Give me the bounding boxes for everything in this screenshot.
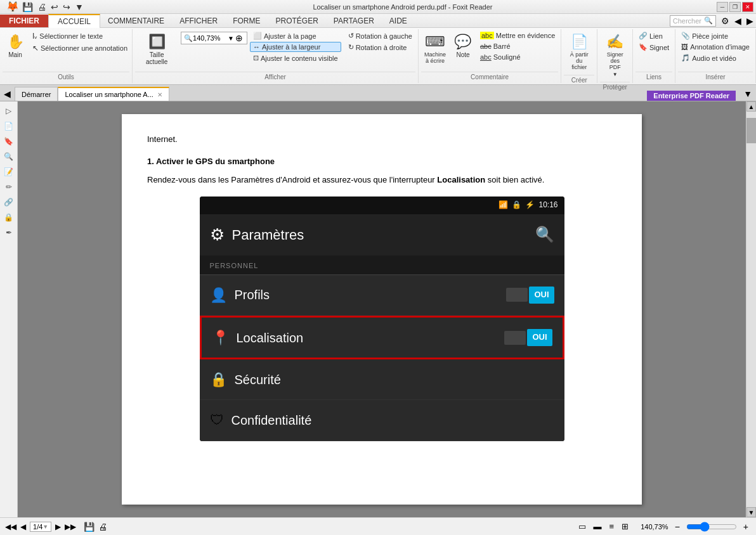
nav-first-btn[interactable]: ◀◀ bbox=[5, 522, 16, 531]
rotation-droite-btn[interactable]: ↻ Rotation à droite bbox=[345, 42, 415, 53]
fichier-menu[interactable]: FICHIER bbox=[0, 15, 48, 27]
view-grid-icon[interactable]: ⊞ bbox=[620, 522, 630, 531]
sidebar-pages-btn[interactable]: 📄 bbox=[2, 119, 16, 133]
nav-last-btn[interactable]: ▶▶ bbox=[65, 522, 76, 531]
nav-prev-btn[interactable]: ◀ bbox=[20, 522, 26, 531]
ajuster-largeur-btn[interactable]: ↔ Ajuster à la largeur bbox=[250, 42, 341, 52]
select-annotation-btn[interactable]: ↖ Sélectionner une annotation bbox=[29, 42, 131, 54]
sidebar-security-btn[interactable]: 🔒 bbox=[2, 210, 16, 224]
note-icon: 💬 bbox=[454, 34, 471, 50]
android-battery-icon: ⚡ bbox=[525, 199, 535, 211]
piece-jointe-btn[interactable]: 📎 Pièce jointe bbox=[678, 30, 753, 41]
sidebar-signatures-btn[interactable]: ✒ bbox=[2, 226, 16, 240]
nav-next-btn[interactable]: ▶ bbox=[55, 522, 61, 531]
zoom-input[interactable] bbox=[193, 34, 228, 42]
ribbon-settings-icon[interactable]: ⚙ bbox=[719, 16, 732, 26]
note-btn[interactable]: 💬 Note bbox=[450, 30, 476, 61]
scroll-up-btn[interactable]: ▲ bbox=[746, 101, 756, 112]
commentaire-tab[interactable]: COMMENTAIRE bbox=[100, 15, 172, 27]
qa-undo-btn[interactable]: ↩ bbox=[49, 2, 60, 12]
scroll-down-btn[interactable]: ▼ bbox=[746, 507, 756, 517]
zoom-percent-label: 140,73% bbox=[641, 523, 668, 531]
save-copy-icon[interactable]: 💾 bbox=[84, 522, 94, 532]
annotation-image-icon: 🖼 bbox=[681, 43, 688, 51]
minimize-btn[interactable]: ─ bbox=[717, 2, 728, 12]
close-btn[interactable]: ✕ bbox=[742, 2, 753, 12]
accueil-tab[interactable]: ACCUEIL bbox=[48, 14, 100, 28]
android-profils-item: 👤 Profils OUI bbox=[200, 275, 564, 316]
zoom-control[interactable]: 🔍 ▼ ⊕ bbox=[181, 32, 247, 44]
sidebar-search-btn[interactable]: 🔍 bbox=[2, 150, 16, 164]
afficher-group-content: 🔲 Taille actuelle 🔍 ▼ ⊕ ⬜ Ajuster à la p… bbox=[135, 30, 415, 70]
main-btn[interactable]: ✋ Main bbox=[3, 30, 28, 61]
print-icon[interactable]: 🖨 bbox=[98, 522, 107, 532]
page-dropdown-icon[interactable]: ▼ bbox=[42, 524, 48, 530]
right-scrollbar[interactable]: ▲ ▼ bbox=[746, 101, 756, 517]
sidebar-bookmarks-btn[interactable]: 🔖 bbox=[2, 134, 16, 148]
search-box[interactable]: Chercher 🔍 bbox=[670, 15, 716, 27]
search-icon[interactable]: 🔍 bbox=[704, 16, 713, 25]
proteger-tab[interactable]: PROTÉGER bbox=[268, 15, 325, 27]
qa-save-btn[interactable]: 💾 bbox=[21, 2, 34, 12]
ajuster-page-btn[interactable]: ⬜ Ajuster à la page bbox=[250, 30, 341, 41]
a-partir-btn[interactable]: 📄 À partirdu fichier bbox=[564, 30, 594, 74]
taille-btn[interactable]: 🔲 Taille actuelle bbox=[135, 30, 178, 68]
android-securite-item: 🔒 Sécurité bbox=[200, 359, 564, 400]
zoom-dropdown-icon[interactable]: ▼ bbox=[228, 35, 234, 42]
liens-group: 🔗 Lien 🔖 Signet Liens bbox=[633, 29, 675, 83]
select-annotation-icon: ↖ bbox=[32, 44, 39, 53]
qa-print-btn[interactable]: 🖨 bbox=[36, 2, 48, 12]
nav-back-icon[interactable]: ◀ bbox=[732, 16, 744, 26]
aide-tab[interactable]: AIDE bbox=[382, 15, 415, 27]
forme-tab[interactable]: FORME bbox=[225, 15, 268, 27]
android-time: 10:16 bbox=[538, 199, 557, 211]
qa-redo-btn[interactable]: ↪ bbox=[62, 2, 72, 12]
sidebar-expand-btn[interactable]: ▷ bbox=[2, 104, 16, 118]
select-text-btn[interactable]: Iᵥ Sélectionner le texte bbox=[29, 30, 131, 42]
pdf-content-area: Internet. 1. Activer le GPS du smartphon… bbox=[18, 101, 746, 517]
status-zoom-out-btn[interactable]: − bbox=[672, 522, 682, 532]
doc-tab-close-icon[interactable]: ✕ bbox=[157, 91, 162, 98]
signet-btn[interactable]: 🔖 Signet bbox=[635, 42, 672, 53]
sidebar-comments-btn[interactable]: 📝 bbox=[2, 165, 16, 179]
tab-scroll-left-btn[interactable]: ◀ bbox=[0, 87, 15, 101]
annotation-image-btn[interactable]: 🖼 Annotation d'image bbox=[678, 42, 753, 52]
souligne-btn[interactable]: abc Souligné bbox=[477, 52, 558, 62]
rotation-gauche-btn[interactable]: ↺ Rotation à gauche bbox=[345, 30, 415, 41]
nav-forward-icon[interactable]: ▶ bbox=[744, 16, 756, 26]
page-box[interactable]: 1 / 4 ▼ bbox=[30, 522, 51, 532]
qa-dropdown-btn[interactable]: ▼ bbox=[74, 2, 85, 12]
ajuster-contenu-btn[interactable]: ⊡ Ajuster le contenu visible bbox=[250, 53, 341, 63]
zoom-slider[interactable] bbox=[686, 522, 737, 532]
view-single-icon[interactable]: ▭ bbox=[577, 522, 588, 531]
restore-btn[interactable]: ❐ bbox=[729, 2, 741, 12]
scroll-thumb[interactable] bbox=[746, 118, 756, 143]
lien-btn[interactable]: 🔗 Lien bbox=[635, 30, 672, 41]
partager-tab[interactable]: PARTAGER bbox=[326, 15, 382, 27]
zoom-in-icon[interactable]: ⊕ bbox=[234, 33, 244, 43]
android-status-bar: 📶 🔒 ⚡ 10:16 bbox=[200, 197, 564, 214]
title-bar: 🦊 💾 🖨 ↩ ↪ ▼ Localiser un smartphone Andr… bbox=[0, 0, 756, 14]
pdf-paragraph1: Rendez-vous dans les Paramètres d'Androi… bbox=[147, 174, 616, 187]
android-search-icon: 🔍 bbox=[535, 222, 554, 247]
zoom-minus-icon[interactable]: 🔍 bbox=[184, 34, 193, 42]
profils-icon: 👤 bbox=[210, 284, 227, 306]
machine-ecrire-btn[interactable]: ⌨ Machineà écrire bbox=[421, 30, 449, 67]
status-zoom-in-btn[interactable]: + bbox=[741, 522, 751, 532]
liens-label: Liens bbox=[635, 72, 672, 82]
view-double-icon[interactable]: ▬ bbox=[592, 522, 604, 531]
barre-btn[interactable]: abc Barré bbox=[477, 41, 558, 51]
view-scroll-icon[interactable]: ≡ bbox=[608, 522, 616, 531]
search-input[interactable]: Chercher bbox=[673, 17, 701, 25]
bookmark-icon: 🔖 bbox=[639, 43, 648, 51]
inserer-content: 📎 Pièce jointe 🖼 Annotation d'image 🎵 Au… bbox=[678, 30, 753, 70]
start-tab[interactable]: Démarrer bbox=[15, 87, 58, 101]
mettre-evidence-btn[interactable]: abc Mettre en évidence bbox=[477, 30, 558, 41]
sidebar-forms-btn[interactable]: ✏ bbox=[2, 180, 16, 194]
afficher-tab[interactable]: AFFICHER bbox=[172, 15, 225, 27]
tab-dropdown-btn[interactable]: ▼ bbox=[740, 87, 756, 101]
audio-video-btn[interactable]: 🎵 Audio et vidéo bbox=[678, 53, 753, 63]
sidebar-links-btn[interactable]: 🔗 bbox=[2, 195, 16, 209]
signer-btn[interactable]: ✍ Signerdes PDF ▼ bbox=[600, 30, 630, 81]
doc-tab-active[interactable]: Localiser un smartphone A... ✕ bbox=[58, 87, 169, 101]
